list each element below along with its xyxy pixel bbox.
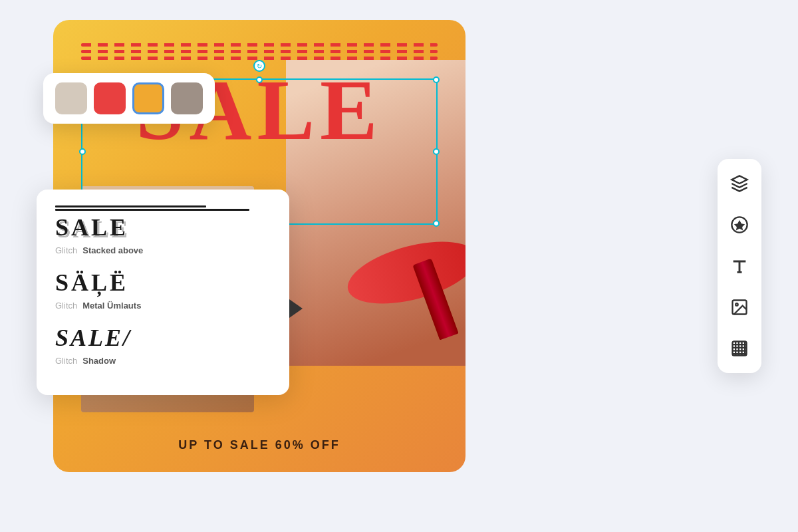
effect-text-1-main: SALE xyxy=(55,214,128,241)
svg-point-3 xyxy=(735,303,738,306)
effect-text-1: SALE SALE xyxy=(55,213,128,241)
color-palette-panel xyxy=(43,73,215,124)
dash-line-3 xyxy=(81,57,438,60)
effect-label-2-metal: Metal Ümlauts xyxy=(82,301,141,311)
effect-label-1-stacked: Stacked above xyxy=(82,245,143,255)
effect-deco-lines-1 xyxy=(55,205,271,211)
effect-text-3: SALE/ xyxy=(55,324,132,352)
effect-label-1-glitch: Glitch xyxy=(55,245,77,255)
effect-deco-line-1a xyxy=(55,205,206,207)
svg-marker-1 xyxy=(734,220,745,230)
effect-text-2: SÄĻË xyxy=(55,269,128,297)
effect-row-1: SALE SALE Glitch Stacked above xyxy=(55,205,271,255)
image-icon[interactable] xyxy=(726,293,753,321)
poster-bottom-text: UP TO SALE 60% OFF xyxy=(178,438,340,452)
handle-middle-left[interactable] xyxy=(79,148,86,155)
text-icon[interactable] xyxy=(726,252,753,280)
effects-icon[interactable] xyxy=(726,334,753,362)
font-effects-panel: SALE SALE Glitch Stacked above SÄĻË Glit… xyxy=(37,190,289,395)
dash-line-1 xyxy=(81,43,438,47)
color-swatch-red[interactable] xyxy=(94,82,126,114)
arrow-cursor xyxy=(289,299,303,318)
effect-slash: / xyxy=(123,325,132,351)
dash-line-2 xyxy=(81,50,438,53)
color-swatch-beige[interactable] xyxy=(55,82,87,114)
effect-row-2: SÄĻË Glitch Metal Ümlauts xyxy=(55,269,271,311)
effect-label-row-1: Glitch Stacked above xyxy=(55,245,271,255)
effect-label-row-3: Glitch Shadow xyxy=(55,356,271,366)
favorites-icon[interactable] xyxy=(726,211,753,239)
right-toolbar xyxy=(718,159,761,373)
color-swatch-orange[interactable] xyxy=(132,82,164,114)
effect-row-3: SALE/ Glitch Shadow xyxy=(55,324,271,366)
layers-icon[interactable] xyxy=(726,170,753,198)
color-swatch-gray[interactable] xyxy=(171,82,203,114)
effect-label-3-glitch: Glitch xyxy=(55,356,77,366)
effect-label-row-2: Glitch Metal Ümlauts xyxy=(55,301,271,311)
effect-deco-line-1b xyxy=(55,209,249,211)
effect-label-2-glitch: Glitch xyxy=(55,301,77,311)
effect-label-3-shadow: Shadow xyxy=(82,356,116,366)
